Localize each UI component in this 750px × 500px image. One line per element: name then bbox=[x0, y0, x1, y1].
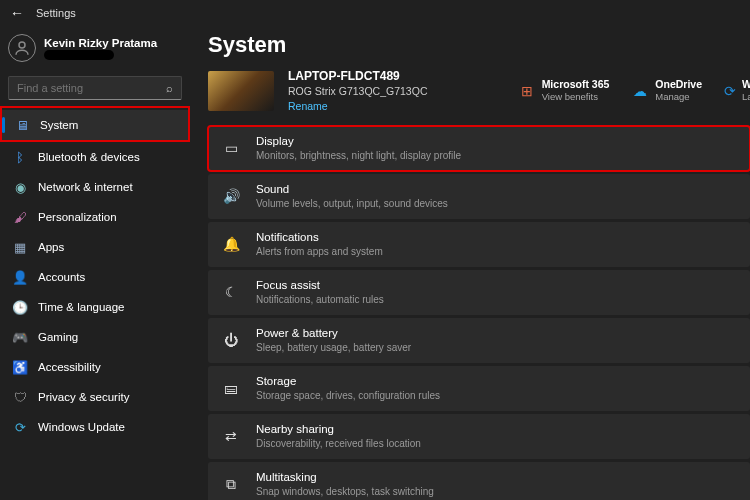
service-title: Wi bbox=[742, 78, 750, 91]
item-title: Display bbox=[256, 134, 461, 150]
device-model: ROG Strix G713QC_G713QC bbox=[288, 84, 427, 98]
svg-point-0 bbox=[19, 42, 25, 48]
sidebar-item-label: Privacy & security bbox=[38, 391, 129, 403]
service-wi[interactable]: ⟳WiLas bbox=[724, 78, 750, 103]
item-sub: Alerts from apps and system bbox=[256, 245, 383, 259]
settings-item-display[interactable]: ▭DisplayMonitors, brightness, night ligh… bbox=[208, 126, 750, 171]
settings-item-multitasking[interactable]: ⧉MultitaskingSnap windows, desktops, tas… bbox=[208, 462, 750, 500]
sidebar-item-label: Network & internet bbox=[38, 181, 133, 193]
service-sub: Manage bbox=[655, 91, 702, 103]
bluetooth-devices-icon: ᛒ bbox=[12, 149, 28, 165]
sidebar-item-time-language[interactable]: 🕒Time & language bbox=[0, 292, 190, 322]
time-language-icon: 🕒 bbox=[12, 299, 28, 315]
profile[interactable]: Kevin Rizky Pratama bbox=[0, 30, 190, 68]
profile-name: Kevin Rizky Pratama bbox=[44, 37, 157, 49]
item-sub: Volume levels, output, input, sound devi… bbox=[256, 197, 448, 211]
sidebar-item-label: Personalization bbox=[38, 211, 117, 223]
item-title: Sound bbox=[256, 182, 448, 198]
privacy-security-icon: 🛡 bbox=[12, 389, 28, 405]
sidebar-item-privacy-security[interactable]: 🛡Privacy & security bbox=[0, 382, 190, 412]
settings-item-power-battery[interactable]: ⏻Power & batterySleep, battery usage, ba… bbox=[208, 318, 750, 363]
nearby-sharing-icon: ⇄ bbox=[222, 428, 240, 444]
service-sub: View benefits bbox=[542, 91, 610, 103]
item-title: Multitasking bbox=[256, 470, 434, 486]
item-title: Nearby sharing bbox=[256, 422, 421, 438]
notifications-icon: 🔔 bbox=[222, 236, 240, 252]
sidebar-item-label: Time & language bbox=[38, 301, 125, 313]
device-image bbox=[208, 71, 274, 111]
item-sub: Sleep, battery usage, battery saver bbox=[256, 341, 411, 355]
multitasking-icon: ⧉ bbox=[222, 476, 240, 493]
sidebar-nav: 🖥System bbox=[2, 110, 188, 140]
sidebar-item-label: Apps bbox=[38, 241, 64, 253]
accounts-icon: 👤 bbox=[12, 269, 28, 285]
power-battery-icon: ⏻ bbox=[222, 332, 240, 348]
apps-icon: ▦ bbox=[12, 239, 28, 255]
item-title: Focus assist bbox=[256, 278, 384, 294]
item-sub: Notifications, automatic rules bbox=[256, 293, 384, 307]
personalization-icon: 🖌 bbox=[12, 209, 28, 225]
sidebar-item-network-internet[interactable]: ◉Network & internet bbox=[0, 172, 190, 202]
service-sub: Las bbox=[742, 91, 750, 103]
settings-item-storage[interactable]: 🖴StorageStorage space, drives, configura… bbox=[208, 366, 750, 411]
settings-item-notifications[interactable]: 🔔NotificationsAlerts from apps and syste… bbox=[208, 222, 750, 267]
item-title: Notifications bbox=[256, 230, 383, 246]
sidebar-item-gaming[interactable]: 🎮Gaming bbox=[0, 322, 190, 352]
service-title: OneDrive bbox=[655, 78, 702, 91]
settings-item-focus-assist[interactable]: ☾Focus assistNotifications, automatic ru… bbox=[208, 270, 750, 315]
display-icon: ▭ bbox=[222, 140, 240, 156]
item-title: Storage bbox=[256, 374, 440, 390]
windows-update-icon: ⟳ bbox=[12, 419, 28, 435]
system-icon: 🖥 bbox=[14, 117, 30, 133]
search-icon: ⌕ bbox=[166, 82, 173, 94]
sidebar-item-label: Gaming bbox=[38, 331, 78, 343]
search-input-container[interactable]: ⌕ bbox=[8, 76, 182, 100]
sound-icon: 🔊 bbox=[222, 188, 240, 204]
gaming-icon: 🎮 bbox=[12, 329, 28, 345]
sidebar-item-accounts[interactable]: 👤Accounts bbox=[0, 262, 190, 292]
page-title: System bbox=[208, 32, 750, 58]
service-icon: ⊞ bbox=[518, 82, 536, 100]
service-icon: ⟳ bbox=[724, 82, 736, 100]
sidebar-item-personalization[interactable]: 🖌Personalization bbox=[0, 202, 190, 232]
sidebar-item-apps[interactable]: ▦Apps bbox=[0, 232, 190, 262]
sidebar-item-label: System bbox=[40, 119, 78, 131]
service-icon: ☁ bbox=[631, 82, 649, 100]
sidebar-item-system[interactable]: 🖥System bbox=[2, 110, 188, 140]
service-microsoft-[interactable]: ⊞Microsoft 365View benefits bbox=[518, 78, 610, 103]
item-sub: Discoverability, received files location bbox=[256, 437, 421, 451]
item-sub: Storage space, drives, configuration rul… bbox=[256, 389, 440, 403]
search-input[interactable] bbox=[17, 82, 150, 94]
item-sub: Snap windows, desktops, task switching bbox=[256, 485, 434, 499]
profile-email-redacted bbox=[44, 50, 114, 60]
settings-item-nearby-sharing[interactable]: ⇄Nearby sharingDiscoverability, received… bbox=[208, 414, 750, 459]
focus-assist-icon: ☾ bbox=[222, 284, 240, 300]
item-title: Power & battery bbox=[256, 326, 411, 342]
sidebar-item-label: Bluetooth & devices bbox=[38, 151, 140, 163]
sidebar-item-windows-update[interactable]: ⟳Windows Update bbox=[0, 412, 190, 442]
settings-item-sound[interactable]: 🔊SoundVolume levels, output, input, soun… bbox=[208, 174, 750, 219]
rename-link[interactable]: Rename bbox=[288, 99, 427, 113]
sidebar-item-label: Windows Update bbox=[38, 421, 125, 433]
storage-icon: 🖴 bbox=[222, 380, 240, 396]
accessibility-icon: ♿ bbox=[12, 359, 28, 375]
sidebar-item-bluetooth-devices[interactable]: ᛒBluetooth & devices bbox=[0, 142, 190, 172]
sidebar-item-label: Accounts bbox=[38, 271, 85, 283]
device-name: LAPTOP-FLDCT489 bbox=[288, 68, 427, 84]
network-internet-icon: ◉ bbox=[12, 179, 28, 195]
service-onedrive[interactable]: ☁OneDriveManage bbox=[631, 78, 702, 103]
avatar-icon bbox=[8, 34, 36, 62]
sidebar-item-label: Accessibility bbox=[38, 361, 101, 373]
item-sub: Monitors, brightness, night light, displ… bbox=[256, 149, 461, 163]
service-title: Microsoft 365 bbox=[542, 78, 610, 91]
back-icon[interactable]: ← bbox=[10, 5, 24, 21]
sidebar-item-accessibility[interactable]: ♿Accessibility bbox=[0, 352, 190, 382]
app-title: Settings bbox=[36, 7, 76, 19]
